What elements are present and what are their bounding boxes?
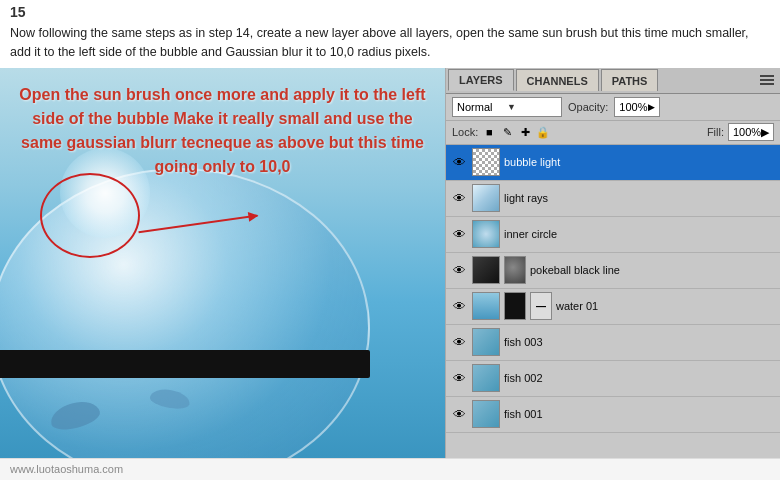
layer-thumbnail bbox=[472, 148, 500, 176]
layer-name-label: fish 002 bbox=[504, 372, 776, 384]
layer-item[interactable]: 👁fish 001 bbox=[446, 397, 780, 433]
layer-visibility-icon[interactable]: 👁 bbox=[450, 297, 468, 315]
layer-name-label: pokeball black line bbox=[530, 264, 776, 276]
layer-visibility-icon[interactable]: 👁 bbox=[450, 405, 468, 423]
layer-thumbnail bbox=[472, 328, 500, 356]
layer-thumbnail bbox=[472, 292, 500, 320]
blend-mode-row: Normal ▼ Opacity: 100% ▶ bbox=[446, 94, 780, 121]
annotation-circle bbox=[40, 173, 140, 258]
lock-gradient-icon[interactable]: ✎ bbox=[500, 125, 514, 139]
layer-thumbnail bbox=[472, 220, 500, 248]
image-text-overlay: Open the sun brush once more and apply i… bbox=[10, 83, 435, 179]
panel-tabs: LAYERS CHANNELS PATHS bbox=[446, 68, 780, 94]
layer-visibility-icon[interactable]: 👁 bbox=[450, 261, 468, 279]
layer-visibility-icon[interactable]: 👁 bbox=[450, 369, 468, 387]
layer-item[interactable]: 👁fish 003 bbox=[446, 325, 780, 361]
layers-list: 👁bubble light👁light rays👁inner circle👁po… bbox=[446, 145, 780, 458]
layer-thumbnail bbox=[472, 184, 500, 212]
step-header: 15 bbox=[0, 0, 780, 22]
layer-visibility-icon[interactable]: 👁 bbox=[450, 189, 468, 207]
watermark: www.luotaoshuma.com bbox=[0, 458, 780, 480]
layer-name-label: fish 001 bbox=[504, 408, 776, 420]
lock-move-icon[interactable]: ✚ bbox=[518, 125, 532, 139]
layer-name-label: light rays bbox=[504, 192, 776, 204]
layer-visibility-icon[interactable]: 👁 bbox=[450, 225, 468, 243]
watermark-text: www.luotaoshuma.com bbox=[10, 463, 123, 475]
panel-menu-icon[interactable] bbox=[760, 75, 774, 85]
opacity-arrow: ▶ bbox=[648, 102, 655, 112]
layers-panel: LAYERS CHANNELS PATHS Normal ▼ Opacity: … bbox=[445, 68, 780, 458]
layer-item[interactable]: 👁fish 002 bbox=[446, 361, 780, 397]
lock-row: Lock: ■ ✎ ✚ 🔒 Fill: 100% ▶ bbox=[446, 121, 780, 145]
layer-visibility-icon[interactable]: 👁 bbox=[450, 153, 468, 171]
tab-paths[interactable]: PATHS bbox=[601, 69, 659, 91]
opacity-input[interactable]: 100% ▶ bbox=[614, 97, 660, 117]
layer-item[interactable]: 👁light rays bbox=[446, 181, 780, 217]
tab-channels[interactable]: CHANNELS bbox=[516, 69, 599, 91]
fill-arrow: ▶ bbox=[761, 126, 769, 139]
layer-thumbnail bbox=[472, 364, 500, 392]
step-number: 15 bbox=[10, 4, 26, 20]
layer-name-label: bubble light bbox=[504, 156, 776, 168]
layer-line-thumb: — bbox=[530, 292, 552, 320]
fill-label: Fill: bbox=[707, 126, 724, 138]
step-description: Now following the same steps as in step … bbox=[0, 22, 780, 68]
lock-all-icon[interactable]: 🔒 bbox=[536, 125, 550, 139]
blend-mode-value: Normal bbox=[457, 101, 507, 113]
layer-item[interactable]: 👁—water 01 bbox=[446, 289, 780, 325]
main-content: Open the sun brush once more and apply i… bbox=[0, 68, 780, 458]
image-area: Open the sun brush once more and apply i… bbox=[0, 68, 445, 458]
tab-layers[interactable]: LAYERS bbox=[448, 69, 514, 91]
fill-input[interactable]: 100% ▶ bbox=[728, 123, 774, 141]
layer-name-label: fish 003 bbox=[504, 336, 776, 348]
fill-value-text: 100% bbox=[733, 126, 761, 138]
opacity-label: Opacity: bbox=[568, 101, 608, 113]
layer-mask-thumbnail bbox=[504, 292, 526, 320]
layer-thumbnail bbox=[472, 400, 500, 428]
lock-pixel-icon[interactable]: ■ bbox=[482, 125, 496, 139]
layer-thumbnail bbox=[472, 256, 500, 284]
pokeball-band bbox=[0, 350, 370, 378]
layer-name-label: inner circle bbox=[504, 228, 776, 240]
lock-label: Lock: bbox=[452, 126, 478, 138]
layer-name-label: water 01 bbox=[556, 300, 776, 312]
blend-mode-arrow: ▼ bbox=[507, 102, 557, 112]
layer-item[interactable]: 👁pokeball black line bbox=[446, 253, 780, 289]
layer-extra-thumb bbox=[504, 256, 526, 284]
layer-item[interactable]: 👁inner circle bbox=[446, 217, 780, 253]
layer-visibility-icon[interactable]: 👁 bbox=[450, 333, 468, 351]
opacity-value-text: 100% bbox=[619, 101, 647, 113]
blend-mode-select[interactable]: Normal ▼ bbox=[452, 97, 562, 117]
layer-item[interactable]: 👁bubble light bbox=[446, 145, 780, 181]
